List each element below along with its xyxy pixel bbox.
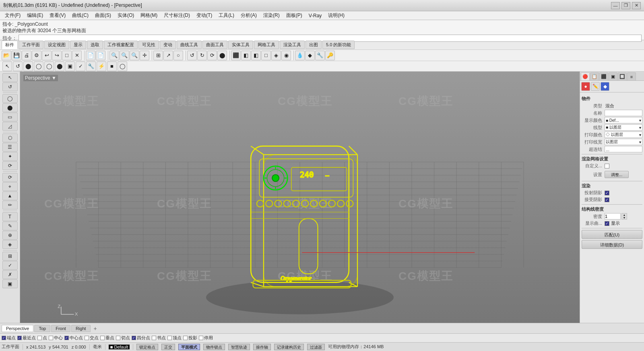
vp-tab-right[interactable]: Right bbox=[71, 325, 91, 332]
sidebar-btn-2[interactable]: ◯ bbox=[2, 94, 18, 103]
toolbar3-btn-0[interactable]: ↖ bbox=[2, 62, 12, 71]
toolbar2-btn-9[interactable]: 📄 bbox=[96, 51, 105, 60]
sidebar-btn-15[interactable]: ✎ bbox=[2, 222, 18, 230]
snap-nearpoint-check[interactable]: ✓ bbox=[17, 336, 22, 340]
toolbar3-btn-7[interactable]: ✓ bbox=[76, 62, 85, 71]
toolbar2-btn-11[interactable]: 🔍 bbox=[120, 51, 129, 60]
menu-item-4[interactable]: 曲面(S) bbox=[92, 11, 114, 20]
toolbar-tab-13[interactable]: 出图 bbox=[305, 41, 322, 49]
sidebar-btn-6[interactable]: ⬡ bbox=[2, 133, 18, 142]
rp-dispcolor-dropdown[interactable]: ■ Def...▾ bbox=[605, 117, 642, 123]
minimize-button[interactable]: — bbox=[611, 2, 620, 9]
toolbar2-btn-4[interactable]: ↩ bbox=[42, 51, 52, 60]
toolbar2-btn-13[interactable]: ✛ bbox=[140, 51, 149, 60]
toolbar2-btn-7[interactable]: ✕ bbox=[72, 51, 82, 60]
rp-tab-properties[interactable]: 🔴 bbox=[581, 72, 590, 80]
toolbar-tab-10[interactable]: 实体工具 bbox=[228, 41, 253, 49]
sidebar-btn-4[interactable]: ▭ bbox=[2, 113, 18, 121]
toolbar-tab-4[interactable]: 选取 bbox=[87, 41, 103, 49]
sidebar-btn-18[interactable]: ⊞ bbox=[2, 252, 18, 261]
rp-diamond-icon[interactable]: ◆ bbox=[601, 82, 609, 91]
restore-button[interactable]: ❐ bbox=[621, 2, 630, 9]
rp-tab-3[interactable]: ⬛ bbox=[599, 72, 608, 80]
sidebar-btn-10[interactable]: ⟳ bbox=[2, 173, 18, 182]
sidebar-btn-12[interactable]: ▲ bbox=[2, 191, 18, 200]
toolbar2-btn-14[interactable]: ⊞ bbox=[153, 51, 163, 60]
toolbar2-btn-16[interactable]: ○ bbox=[173, 51, 183, 60]
vp-tab-perspective[interactable]: Perspective bbox=[2, 325, 33, 332]
snap-intersect-check[interactable] bbox=[85, 336, 89, 340]
status-osnap[interactable]: 物件锁点 bbox=[203, 344, 225, 350]
toolbar3-btn-4[interactable]: ◯ bbox=[44, 62, 54, 71]
status-history[interactable]: 记录建构历史 bbox=[274, 344, 304, 350]
toolbar2-btn-2[interactable]: 🖨 bbox=[22, 51, 31, 60]
toolbar-tab-0[interactable]: 标件 bbox=[2, 41, 18, 49]
toolbar3-btn-11[interactable]: ◯ bbox=[118, 62, 127, 71]
toolbar-tab-2[interactable]: 设定视图 bbox=[44, 41, 69, 49]
toolbar2-btn-30[interactable]: 🔑 bbox=[325, 51, 335, 60]
sidebar-btn-11[interactable]: ⌖ bbox=[2, 182, 18, 191]
menu-item-7[interactable]: 尺寸标注(D) bbox=[161, 11, 193, 20]
toolbar-tab-14[interactable]: 5.0 的新功能 bbox=[322, 41, 355, 49]
rp-printcolor-dropdown[interactable]: ◇ 以图层▾ bbox=[605, 131, 642, 138]
toolbar3-btn-1[interactable]: ↺ bbox=[13, 62, 23, 71]
sidebar-btn-21[interactable]: ▣ bbox=[2, 279, 18, 288]
sidebar-btn-19[interactable]: ✓ bbox=[2, 261, 18, 270]
status-lockgrid[interactable]: 锁定格点 bbox=[136, 344, 158, 350]
rp-name-value[interactable] bbox=[605, 110, 642, 116]
snap-midpoint-check[interactable]: ✓ bbox=[64, 336, 69, 340]
menu-item-2[interactable]: 查看(V) bbox=[46, 11, 69, 20]
status-smarttrack[interactable]: 智慧轨迹 bbox=[228, 344, 250, 350]
rp-recvshadow-check[interactable]: ✓ bbox=[605, 197, 609, 202]
sidebar-btn-0[interactable]: ↖ bbox=[2, 73, 18, 82]
status-ortho[interactable]: 正交 bbox=[161, 344, 175, 350]
sidebar-btn-17[interactable]: ◈ bbox=[2, 240, 18, 249]
snap-point-check[interactable] bbox=[37, 336, 42, 340]
toolbar3-btn-8[interactable]: 🔧 bbox=[86, 62, 96, 71]
sidebar-btn-5[interactable]: ◿ bbox=[2, 122, 18, 131]
snap-tan-check[interactable] bbox=[116, 336, 120, 340]
status-gumball[interactable]: 操作轴 bbox=[253, 344, 271, 350]
toolbar-tab-6[interactable]: 可见性 bbox=[138, 41, 159, 49]
sidebar-btn-9[interactable]: ⟳ bbox=[2, 161, 18, 170]
menu-item-14[interactable]: 说明(H) bbox=[325, 11, 348, 20]
toolbar2-btn-10[interactable]: 🔍 bbox=[109, 51, 119, 60]
sidebar-btn-7[interactable]: ☰ bbox=[2, 143, 18, 152]
toolbar-tab-12[interactable]: 渲染工具 bbox=[280, 41, 305, 49]
sidebar-btn-8[interactable]: ✦ bbox=[2, 152, 18, 161]
rp-adjust-btn[interactable]: 调整... bbox=[605, 171, 629, 178]
vp-add-tab[interactable]: + bbox=[91, 324, 99, 333]
menu-item-10[interactable]: 分析(A) bbox=[237, 11, 260, 20]
toolbar2-btn-6[interactable]: □ bbox=[62, 51, 72, 60]
snap-endpoint-check[interactable]: ✓ bbox=[2, 336, 6, 340]
status-filter[interactable]: 过滤器 bbox=[307, 344, 325, 350]
sidebar-btn-20[interactable]: ✗ bbox=[2, 270, 18, 279]
toolbar2-btn-5[interactable]: ↪ bbox=[52, 51, 62, 60]
toolbar2-btn-24[interactable]: □ bbox=[261, 51, 271, 60]
toolbar3-btn-2[interactable]: ⬤ bbox=[23, 62, 33, 71]
toolbar-tab-3[interactable]: 显示 bbox=[70, 41, 86, 49]
menu-item-11[interactable]: 渲染(R) bbox=[260, 11, 283, 20]
toolbar2-btn-1[interactable]: 💾 bbox=[12, 51, 21, 60]
toolbar-tab-5[interactable]: 工作视窗配置 bbox=[104, 41, 138, 49]
toolbar2-btn-22[interactable]: ◧ bbox=[241, 51, 251, 60]
vp-tab-top[interactable]: Top bbox=[34, 325, 50, 332]
toolbar2-btn-8[interactable]: 📄 bbox=[86, 51, 95, 60]
toolbar2-btn-26[interactable]: ◉ bbox=[281, 51, 291, 60]
toolbar3-btn-10[interactable]: ■ bbox=[107, 62, 117, 71]
rp-detail-btn[interactable]: 详细数据(D) bbox=[582, 240, 642, 249]
status-planar[interactable]: 平面模式 bbox=[178, 344, 200, 350]
rp-match-btn[interactable]: 匹配(U) bbox=[582, 230, 642, 239]
menu-item-13[interactable]: V-Ray bbox=[305, 12, 325, 19]
snap-project-check[interactable] bbox=[183, 336, 188, 340]
snap-knot-check[interactable] bbox=[152, 336, 156, 340]
rp-castshadow-check[interactable]: ✓ bbox=[605, 191, 609, 195]
rp-tab-2[interactable]: 📋 bbox=[590, 72, 599, 80]
toolbar2-btn-23[interactable]: ◧ bbox=[251, 51, 261, 60]
snap-vertex-check[interactable] bbox=[167, 336, 172, 340]
menu-item-9[interactable]: 工具(L) bbox=[215, 11, 237, 20]
toolbar2-btn-18[interactable]: ↻ bbox=[197, 51, 207, 60]
rp-tab-6[interactable]: ≡ bbox=[627, 72, 636, 80]
toolbar2-btn-19[interactable]: ⟳ bbox=[207, 51, 217, 60]
rp-showiso-check[interactable]: ✓ bbox=[605, 221, 609, 226]
